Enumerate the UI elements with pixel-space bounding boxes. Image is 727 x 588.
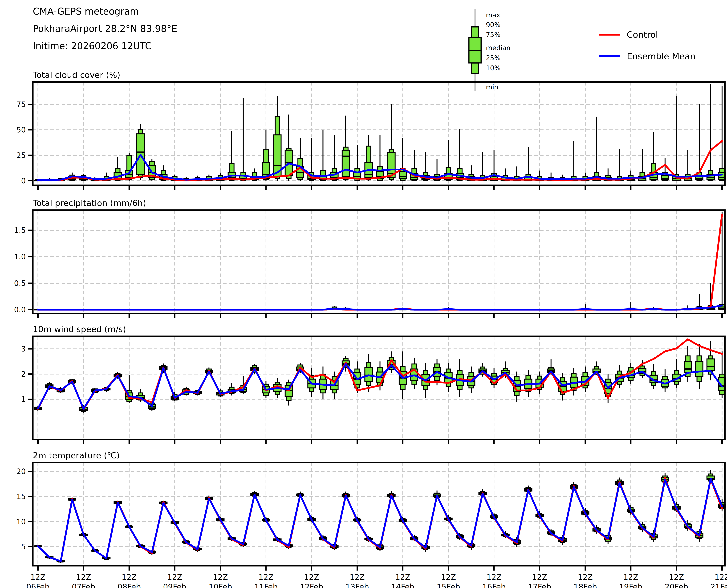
ytick-label: 50 xyxy=(16,126,26,134)
panel-total-cloud-cover: 0255075 xyxy=(16,82,726,190)
xtick-date-label: 16Feb xyxy=(483,582,506,588)
meteogram-page: { "header": { "title": "CMA-GEPS meteogr… xyxy=(0,0,727,588)
ytick-label: 0 xyxy=(21,176,26,185)
ytick-label: 5 xyxy=(21,542,26,551)
ytick-label: 10 xyxy=(16,518,26,526)
xtick-hour-label: 12Z xyxy=(487,573,501,582)
panel-temperature-2m: 510152012Z06Feb12Z07Feb12Z08Feb12Z09Feb1… xyxy=(16,462,727,588)
xtick-date-label: 12Feb xyxy=(300,582,323,588)
panel-wind-speed-10m: 123 xyxy=(21,336,726,444)
xtick-date-label: 10Feb xyxy=(209,582,232,588)
xtick-hour-label: 12Z xyxy=(623,573,638,582)
xtick-date-label: 14Feb xyxy=(391,582,414,588)
xtick-date-label: 20Feb xyxy=(665,582,688,588)
xtick-date-label: 21Feb xyxy=(710,582,727,588)
xtick-date-label: 09Feb xyxy=(163,582,187,588)
ytick-label: 0.0 xyxy=(14,306,26,314)
xtick-hour-label: 12Z xyxy=(395,573,410,582)
xtick-hour-label: 12Z xyxy=(350,573,365,582)
xtick-hour-label: 12Z xyxy=(122,573,137,582)
meteogram-chart: 02550750.00.51.01.5123510152012Z06Feb12Z… xyxy=(0,0,727,588)
xtick-hour-label: 12Z xyxy=(441,573,456,582)
xtick-date-label: 08Feb xyxy=(117,582,141,588)
ytick-label: 25 xyxy=(16,151,26,160)
xtick-date-label: 07Feb xyxy=(72,582,95,588)
xtick-hour-label: 12Z xyxy=(532,573,547,582)
ytick-label: 75 xyxy=(16,100,26,109)
xtick-date-label: 17Feb xyxy=(528,582,551,588)
total-precipitation-ensemble-line xyxy=(38,306,722,310)
ytick-label: 3 xyxy=(21,344,26,353)
panel-total-precipitation: 0.00.51.01.5 xyxy=(14,210,726,318)
xtick-date-label: 18Feb xyxy=(574,582,597,588)
xtick-date-label: 13Feb xyxy=(345,582,369,588)
ytick-label: 20 xyxy=(16,467,26,476)
ytick-label: 0.5 xyxy=(14,279,26,288)
xtick-date-label: 19Feb xyxy=(619,582,642,588)
ytick-label: 2 xyxy=(21,370,26,378)
xtick-date-label: 15Feb xyxy=(437,582,460,588)
ytick-label: 15 xyxy=(16,492,26,501)
ytick-label: 1.5 xyxy=(14,226,26,235)
xtick-hour-label: 12Z xyxy=(213,573,228,582)
xtick-hour-label: 12Z xyxy=(258,573,274,582)
xtick-hour-label: 12Z xyxy=(30,573,45,582)
xtick-date-label: 11Feb xyxy=(254,582,278,588)
temperature-2m-control-line xyxy=(38,478,722,561)
xtick-date-label: 06Feb xyxy=(26,582,50,588)
xtick-hour-label: 12Z xyxy=(76,573,91,582)
xtick-hour-label: 12Z xyxy=(714,573,727,582)
ytick-label: 1.0 xyxy=(14,252,26,261)
xtick-hour-label: 12Z xyxy=(669,573,684,582)
xtick-hour-label: 12Z xyxy=(167,573,183,582)
xtick-hour-label: 12Z xyxy=(304,573,319,582)
ytick-label: 1 xyxy=(21,395,26,403)
xtick-hour-label: 12Z xyxy=(578,573,593,582)
total-precipitation-control-line xyxy=(38,214,722,310)
